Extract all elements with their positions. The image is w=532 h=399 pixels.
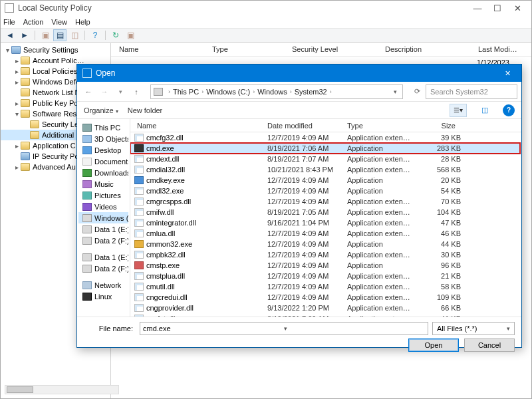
col-description[interactable]: Description [385,43,478,56]
file-row[interactable]: cmlua.dll12/7/2019 4:09 AMApplication ex… [130,228,520,239]
col-file-size[interactable]: Size [424,122,464,130]
organize-menu[interactable]: Organize ▾ [84,106,118,114]
col-name[interactable]: Name [119,43,212,56]
breadcrumb-seg-1[interactable]: Windows (C:) [206,88,250,96]
maximize-button[interactable]: ☐ [487,1,507,15]
file-row[interactable]: cmifw.dll8/19/2021 7:05 AMApplication ex… [130,207,520,217]
open-dialog: Open ✕ ← → ▾ ↑ › This PC › Windows (C:) … [76,64,522,348]
breadcrumb-seg-0[interactable]: This PC [173,88,199,96]
dialog-close-button[interactable]: ✕ [499,66,516,80]
file-row[interactable]: cmgrcspps.dll12/7/2019 4:09 AMApplicatio… [130,196,520,207]
filename-dropdown[interactable]: ▾ [284,325,425,332]
dialog-title: Open [96,68,499,78]
places-item[interactable]: Pictures [78,190,128,201]
places-item[interactable]: Data 1 (E:) [78,223,128,235]
pc-icon [154,88,163,96]
file-row[interactable]: cngprovider.dll9/13/2022 1:20 PMApplicat… [130,303,520,313]
col-last-modified[interactable]: Last Modi… [478,43,525,56]
filter-value: All Files (*.*) [437,325,507,332]
menu-help[interactable]: Help [75,18,90,26]
file-row[interactable]: cnvfat.dll8/19/2021 7:09 AMApplication e… [130,313,520,317]
dialog-navbar: ← → ▾ ↑ › This PC › Windows (C:) › Windo… [77,82,521,102]
minimize-button[interactable]: — [467,1,487,15]
help-icon[interactable]: ? [503,104,515,116]
window-title: Local Security Policy [18,3,467,13]
filename-input[interactable]: cmd.exe ▾ [140,322,428,335]
places-item[interactable]: 3D Objects [78,133,128,144]
breadcrumb-dropdown[interactable]: ▾ [391,88,400,95]
forward-button[interactable]: ► [18,29,31,41]
nav-back-button[interactable]: ← [81,84,96,99]
nav-up-button[interactable]: ↑ [129,84,144,99]
places-item[interactable]: Data 1 (E:) [78,251,128,263]
places-pane[interactable]: This PC3D ObjectsDesktopDocumentsDownloa… [77,119,130,317]
refresh-button[interactable]: ↻ [109,29,122,41]
file-row[interactable]: cmdkey.exe12/7/2019 4:09 AMApplication20… [130,175,520,186]
file-list[interactable]: cmcfg32.dll12/7/2019 4:09 AMApplication … [130,132,521,317]
menu-action[interactable]: Action [23,18,44,26]
col-file-name[interactable]: Name [134,122,267,130]
dialog-footer: File name: cmd.exe ▾ All Files (*.*) ▾ O… [77,317,521,347]
search-placeholder: Search System32 [430,88,488,96]
breadcrumb-seg-2[interactable]: Windows [257,88,287,96]
places-item[interactable]: Data 2 (F:) [78,263,128,274]
places-item[interactable]: Documents [78,156,128,167]
tree-hscrollbar[interactable] [5,385,119,394]
file-column-headers[interactable]: Name Date modified Type Size [130,119,521,132]
file-row[interactable]: cmdl32.exe12/7/2019 4:09 AMApplication54… [130,186,520,196]
menubar: File Action View Help [1,15,531,28]
preview-toggle-button[interactable]: ◫ [476,104,493,117]
col-file-type[interactable]: Type [347,122,424,130]
file-row[interactable]: cmstplua.dll12/7/2019 4:09 AMApplication… [130,271,520,281]
file-row[interactable]: cmcfg32.dll12/7/2019 4:09 AMApplication … [130,132,520,143]
help-button[interactable]: ? [88,29,102,41]
file-row[interactable]: cmstp.exe12/7/2019 4:09 AMApplication96 … [130,260,520,271]
dialog-icon [82,68,92,78]
newfolder-button[interactable]: New folder [128,106,163,114]
places-item[interactable]: Data 2 (F:) [78,235,128,246]
back-button[interactable]: ◄ [3,29,17,41]
places-item[interactable]: Videos [78,201,128,212]
col-type[interactable]: Type [212,43,292,56]
places-item[interactable]: Linux [78,291,128,302]
places-item[interactable]: Network [78,279,128,291]
up-button[interactable]: ▣ [39,29,52,41]
places-item[interactable]: Downloads [78,167,128,178]
search-input[interactable]: Search System32 [426,84,517,99]
app-icon [5,3,14,13]
column-headers[interactable]: Name Type Security Level Description Las… [111,43,531,57]
col-file-date[interactable]: Date modified [267,122,347,130]
file-row[interactable]: cmd.exe8/19/2021 7:06 AMApplication283 K… [130,143,520,154]
nav-forward-button[interactable]: → [97,84,112,99]
places-item[interactable]: Windows (C:) [78,212,128,223]
breadcrumb[interactable]: › This PC › Windows (C:) › Windows › Sys… [150,84,403,99]
filename-label: File name: [84,325,136,332]
file-row[interactable]: cmutil.dll12/7/2019 4:09 AMApplication e… [130,281,520,292]
file-row[interactable]: cmpbk32.dll12/7/2019 4:09 AMApplication … [130,249,520,260]
breadcrumb-seg-3[interactable]: System32 [295,88,327,96]
show-hide-button[interactable]: ▤ [53,29,66,41]
view-details-button[interactable]: ☰▾ [450,104,467,117]
refresh-button[interactable]: ⟳ [410,84,424,99]
titlebar: Local Security Policy — ☐ ✕ [1,1,531,15]
col-security-level[interactable]: Security Level [292,43,385,56]
file-row[interactable]: cmmon32.exe12/7/2019 4:09 AMApplication4… [130,239,520,249]
file-row[interactable]: cmintegrator.dll9/16/2021 1:04 PMApplica… [130,217,520,228]
filetype-filter[interactable]: All Files (*.*) ▾ [432,322,515,335]
nav-recent-button[interactable]: ▾ [113,84,128,99]
places-item[interactable]: This PC [78,122,128,133]
tree-item[interactable]: ▾Security Settings [1,45,110,55]
properties-button[interactable]: ▣ [124,29,137,41]
export-button[interactable]: ◫ [68,29,81,41]
open-button[interactable]: Open [408,338,459,352]
places-item[interactable]: Desktop [78,144,128,156]
file-row[interactable]: cngcredui.dll12/7/2019 4:09 AMApplicatio… [130,292,520,303]
places-item[interactable]: Music [78,178,128,190]
file-row[interactable]: cmdial32.dll10/21/2021 8:43 PMApplicatio… [130,164,520,175]
close-button[interactable]: ✕ [507,1,527,15]
menu-view[interactable]: View [51,18,67,26]
cancel-button[interactable]: Cancel [464,338,515,352]
toolbar: ◄ ► ▣ ▤ ◫ ? ↻ ▣ [1,28,531,43]
file-row[interactable]: cmdext.dll8/19/2021 7:07 AMApplication e… [130,154,520,164]
menu-file[interactable]: File [3,18,15,26]
